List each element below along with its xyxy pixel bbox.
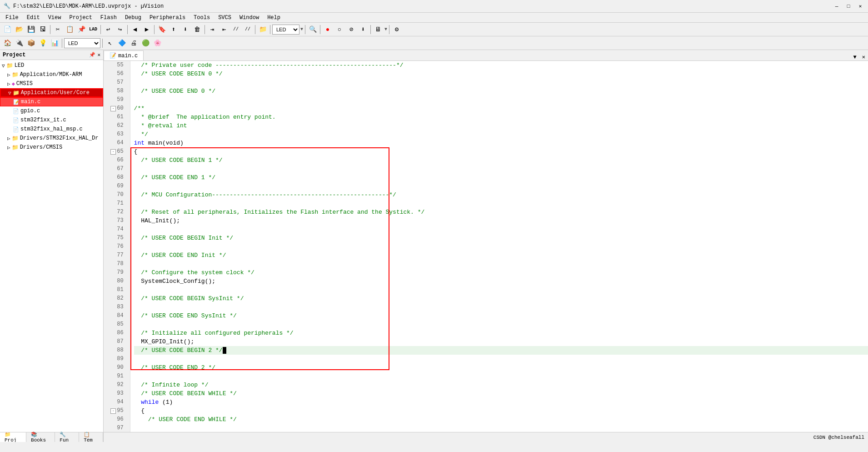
- unindent-btn[interactable]: ⇤: [219, 24, 229, 35]
- t2-cursor-btn[interactable]: ↖: [105, 38, 115, 49]
- tree-main-c[interactable]: 📝 main.c: [0, 97, 103, 106]
- tree-stm32-it-c[interactable]: 📄 stm32f1xx_it.c: [0, 116, 103, 125]
- tab-proj[interactable]: 📁 Proj: [0, 432, 26, 442]
- t2-btn2[interactable]: 🔌: [14, 38, 25, 49]
- tree-collapse-app[interactable]: ▽: [8, 90, 11, 96]
- uncomment-btn[interactable]: //: [242, 24, 253, 35]
- save-btn[interactable]: 💾: [25, 24, 36, 35]
- menu-debug[interactable]: Debug: [121, 14, 145, 22]
- insert-btn[interactable]: 📁: [257, 24, 268, 35]
- code-text-80: SystemClock_Config();: [134, 277, 215, 286]
- find-btn[interactable]: 🔍: [307, 24, 318, 35]
- tree-stm32-hal-msp[interactable]: 📄 stm32f1xx_hal_msp.c: [0, 125, 103, 134]
- comment-btn[interactable]: //: [230, 24, 241, 35]
- settings-btn[interactable]: ⚙: [391, 24, 402, 35]
- tree-led-root[interactable]: ▽ 📁 LED: [0, 61, 103, 70]
- tree-collapse-drvhal[interactable]: ▷: [7, 136, 10, 141]
- t2-btn3[interactable]: 📦: [25, 38, 36, 49]
- tab-close-btn[interactable]: ✕: [859, 54, 868, 60]
- indent-btn[interactable]: ⇥: [207, 24, 218, 35]
- code-line-86: /* Initialize all configured peripherals…: [134, 329, 868, 337]
- open-btn[interactable]: 📂: [14, 24, 25, 35]
- tree-collapse-cmsis[interactable]: ▷: [7, 81, 10, 87]
- prev-bookmark-btn[interactable]: ⬆: [168, 24, 179, 35]
- t2-btn6[interactable]: 🖨: [128, 38, 139, 49]
- code-line-63: */: [134, 130, 868, 139]
- collapse-60[interactable]: -: [110, 106, 116, 111]
- tree-drivers-cmsis[interactable]: ▷ 📁 Drivers/CMSIS: [0, 143, 103, 152]
- tab-tem[interactable]: 📋 Tem: [79, 432, 103, 442]
- copy-btn[interactable]: 📋: [64, 24, 75, 35]
- redo-btn[interactable]: ↪: [115, 24, 125, 35]
- menu-window[interactable]: Window: [236, 14, 263, 22]
- tree-label-gpio: gpio.c: [20, 108, 40, 114]
- tree-cmsis[interactable]: ▷ ◆ CMSIS: [0, 79, 103, 88]
- menu-project[interactable]: Project: [65, 14, 95, 22]
- menu-view[interactable]: View: [45, 14, 65, 22]
- stop-btn[interactable]: ○: [334, 24, 345, 35]
- menu-help[interactable]: Help: [264, 14, 284, 22]
- menu-peripherals[interactable]: Peripherals: [146, 14, 189, 22]
- new-file-btn[interactable]: 📄: [2, 24, 13, 35]
- collapse-65[interactable]: -: [110, 149, 116, 155]
- panel-pin-btn[interactable]: 📌: [89, 52, 95, 58]
- run-btn[interactable]: ●: [322, 24, 333, 35]
- editor-tab-main-c[interactable]: 📝 main.c: [104, 50, 144, 60]
- paste-btn[interactable]: 📌: [76, 24, 87, 35]
- ln-96: 96: [107, 415, 126, 424]
- minimize-button[interactable]: —: [833, 2, 841, 10]
- target-dropdown[interactable]: LED: [272, 25, 299, 35]
- load-btn[interactable]: LAD: [88, 24, 99, 35]
- code-text-58: /* USER CODE END 0 */: [134, 87, 215, 95]
- tree-collapse-drvcsm[interactable]: ▷: [7, 145, 10, 151]
- bookmark-btn[interactable]: 🔖: [156, 24, 167, 35]
- tree-collapse-led[interactable]: ▽: [2, 63, 5, 69]
- tab-expand-btn[interactable]: ▼: [851, 54, 859, 60]
- ln-60: -60: [107, 104, 126, 113]
- next-bookmark-btn[interactable]: ⬇: [180, 24, 191, 35]
- tree-drivers-hal[interactable]: ▷ 📁 Drivers/STM32F1xx_HAL_Dr: [0, 134, 103, 143]
- project-bottom-tabs: 📁 Proj 📚 Books 🔧 Fun 📋 Tem: [0, 432, 103, 442]
- panel-close-btn[interactable]: ✕: [97, 52, 100, 58]
- cut-btn[interactable]: ✂: [52, 24, 63, 35]
- t2-add-component-btn[interactable]: 🔷: [116, 38, 127, 49]
- undo-btn[interactable]: ↩: [103, 24, 114, 35]
- editor-content[interactable]: 55 56 57 58 59 -60 61 62 63 64 -65 66: [104, 61, 868, 432]
- sep4: [154, 25, 155, 34]
- close-button[interactable]: ✕: [856, 2, 864, 10]
- nav-back-btn[interactable]: ◀: [130, 24, 140, 35]
- menu-tools[interactable]: Tools: [190, 14, 214, 22]
- save-all-btn[interactable]: 🖫: [37, 24, 48, 35]
- code-line-65: {: [134, 147, 868, 156]
- ln-67: 67: [107, 165, 126, 173]
- menu-flash[interactable]: Flash: [97, 14, 120, 22]
- code-lines[interactable]: /* Private user code -------------------…: [130, 61, 868, 432]
- tree-mdk-arm[interactable]: ▷ 📁 Application/MDK-ARM: [0, 70, 103, 79]
- menu-edit[interactable]: Edit: [23, 14, 44, 22]
- erase-btn[interactable]: ⊘: [346, 24, 357, 35]
- clear-bookmark-btn[interactable]: 🗑: [192, 24, 203, 35]
- menu-file[interactable]: File: [2, 14, 22, 22]
- ln-77: 77: [107, 251, 126, 260]
- maximize-button[interactable]: □: [844, 2, 853, 10]
- tab-books[interactable]: 📚 Books: [26, 432, 55, 442]
- view-btn[interactable]: 🖥: [373, 24, 384, 35]
- tree-label-drvhal: Drivers/STM32F1xx_HAL_Dr: [20, 135, 99, 141]
- project-tree: ▽ 📁 LED ▷ 📁 Application/MDK-ARM ▷ ◆ CMSI…: [0, 60, 103, 432]
- download-btn[interactable]: ⬇: [358, 24, 369, 35]
- code-line-58: /* USER CODE END 0 */: [134, 87, 868, 95]
- t2-btn4[interactable]: 💡: [37, 38, 48, 49]
- t2-dropdown[interactable]: LED: [64, 38, 100, 48]
- tree-gpio-c[interactable]: 📄 gpio.c: [0, 106, 103, 116]
- collapse-95[interactable]: -: [110, 408, 116, 414]
- t2-btn8[interactable]: 🌸: [152, 38, 163, 49]
- tab-fun[interactable]: 🔧 Fun: [55, 432, 79, 442]
- t2-btn7[interactable]: 🟢: [140, 38, 151, 49]
- nav-fwd-btn[interactable]: ▶: [141, 24, 152, 35]
- t2-btn1[interactable]: 🏠: [2, 38, 13, 49]
- tree-app-user-core[interactable]: ▽ 📁 Application/User/Core: [0, 88, 103, 97]
- t2-btn5[interactable]: 📊: [49, 38, 60, 49]
- tree-collapse-mdk[interactable]: ▷: [7, 72, 10, 78]
- tree-icon-led: 📁: [6, 62, 13, 69]
- menu-svcs[interactable]: SVCS: [215, 14, 235, 22]
